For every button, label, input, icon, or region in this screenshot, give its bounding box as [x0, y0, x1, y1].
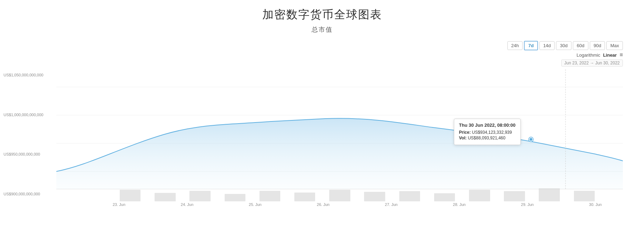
time-btn-14d[interactable]: 14d — [539, 41, 555, 50]
y-label-0: US$1,050,000,000,000 — [4, 73, 56, 77]
x-label-7: 30. Jun — [589, 202, 602, 207]
tooltip-dot — [529, 137, 533, 142]
vol-bar — [504, 191, 525, 201]
vol-bar-group — [427, 180, 462, 201]
volume-bars — [113, 180, 602, 201]
vol-bar-group — [357, 180, 392, 201]
time-btn-30d[interactable]: 30d — [556, 41, 571, 50]
menu-icon[interactable]: ≡ — [620, 52, 623, 58]
vol-bar-group — [287, 180, 322, 201]
time-btn-max[interactable]: Max — [606, 41, 623, 50]
vol-bar-group — [252, 180, 287, 201]
page-container: 加密数字货币全球图表 总市值 24h 7d 14d 30d 60d 90d Ma… — [0, 0, 644, 245]
vol-bar — [225, 194, 246, 201]
scale-logarithmic[interactable]: Logarithmic — [576, 52, 600, 58]
vol-bar-group — [462, 180, 497, 201]
y-label-1: US$1,000,000,000,000 — [4, 113, 56, 117]
vol-bar — [329, 190, 350, 201]
vol-bar — [120, 190, 141, 201]
tooltip-price-value: US$934,123,332,939 — [472, 130, 512, 135]
time-btn-24h[interactable]: 24h — [507, 41, 523, 50]
vol-bar — [189, 191, 211, 201]
vol-bar — [399, 191, 420, 201]
time-btn-7d[interactable]: 7d — [524, 41, 538, 50]
vol-bar — [155, 193, 176, 201]
x-axis: 23. Jun 24. Jun 25. Jun 26. Jun 27. Jun … — [113, 202, 602, 207]
date-range: Jun 23, 2022 → Jun 30, 2022 — [561, 59, 623, 67]
x-label-4: 27. Jun — [385, 202, 398, 207]
vol-bar — [364, 192, 385, 201]
date-range-row: Jun 23, 2022 → Jun 30, 2022 — [0, 59, 644, 67]
vol-bar-group — [567, 180, 602, 201]
vol-bar — [574, 191, 595, 201]
y-axis: US$1,050,000,000,000 US$1,000,000,000,00… — [4, 69, 56, 217]
vol-bar-group — [148, 180, 182, 201]
time-btn-60d[interactable]: 60d — [573, 41, 588, 50]
y-label-3: US$900,000,000,000 — [4, 192, 56, 196]
y-label-2: US$950,000,000,000 — [4, 152, 56, 156]
scale-linear[interactable]: Linear — [603, 52, 617, 58]
tooltip-price: Price: US$934,123,332,939 — [459, 130, 515, 135]
time-btn-90d[interactable]: 90d — [590, 41, 605, 50]
page-subtitle: 总市值 — [0, 25, 644, 34]
vol-bar-group — [322, 180, 357, 201]
tooltip-title: Thu 30 Jun 2022, 08:00:00 — [459, 122, 515, 128]
x-label-1: 24. Jun — [181, 202, 193, 207]
vol-bar — [434, 193, 455, 201]
chart-area: US$1,050,000,000,000 US$1,000,000,000,00… — [0, 69, 644, 217]
vol-bar — [260, 191, 281, 201]
tooltip-price-label: Price: — [459, 130, 471, 135]
vol-bar — [294, 193, 315, 201]
vol-bar-group — [182, 180, 217, 201]
time-controls: 24h 7d 14d 30d 60d 90d Max — [0, 41, 644, 50]
chart-svg-wrapper: Thu 30 Jun 2022, 08:00:00 Price: US$934,… — [56, 69, 623, 217]
scale-controls: Logarithmic Linear ≡ — [0, 52, 644, 58]
vol-bar-group — [113, 180, 148, 201]
tooltip-vol-value: US$88,093,921,460 — [468, 136, 506, 140]
tooltip-vol: Vol: US$88,093,921,460 — [459, 136, 515, 140]
x-label-5: 28. Jun — [453, 202, 465, 207]
vol-bar-group — [218, 180, 252, 201]
x-label-2: 25. Jun — [249, 202, 262, 207]
vol-bar — [469, 190, 490, 201]
x-label-6: 29. Jun — [521, 202, 534, 207]
tooltip: Thu 30 Jun 2022, 08:00:00 Price: US$934,… — [454, 119, 521, 145]
vol-bar — [539, 188, 560, 201]
page-title: 加密数字货币全球图表 — [0, 7, 644, 23]
x-label-3: 26. Jun — [317, 202, 330, 207]
vol-bar-group — [392, 180, 427, 201]
vol-bar-group — [497, 180, 532, 201]
vol-bar-group — [532, 180, 567, 201]
tooltip-vol-label: Vol: — [459, 136, 467, 140]
x-label-0: 23. Jun — [113, 202, 125, 207]
